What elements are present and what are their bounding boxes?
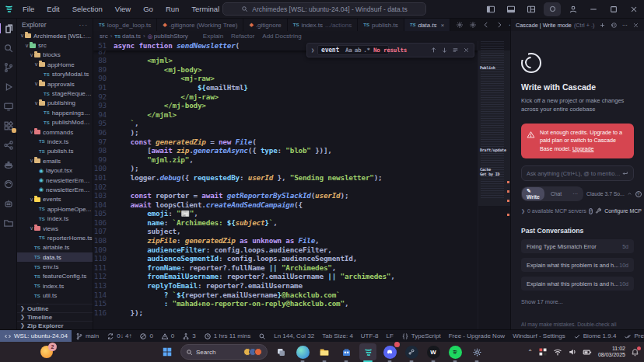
find-options[interactable]: Aaab.*: [345, 47, 370, 54]
tree-item-approvals[interactable]: ∨approvals: [17, 79, 93, 89]
find-expand-icon[interactable]: ❯: [311, 47, 314, 54]
status-windsurf-settings[interactable]: Windsurf - Settings: [509, 330, 569, 342]
menu-view[interactable]: View: [110, 3, 136, 15]
gear-icon[interactable]: [456, 21, 464, 29]
tree-item-layout-tsx[interactable]: ◉layout.tsx: [17, 165, 93, 175]
write-mode-button[interactable]: ✎ Write: [522, 187, 544, 200]
tree-item-archimedes-wsl-ubunt-[interactable]: ∨Archimedes [WSL: ubunt...: [17, 31, 93, 40]
codelens-refactor[interactable]: Refactor: [231, 33, 254, 40]
docker-icon[interactable]: [3, 159, 14, 170]
status-0-4-[interactable]: 0↓ 4↑: [103, 330, 135, 342]
chat-mode-button[interactable]: Chat: [546, 190, 566, 197]
split-editor-icon[interactable]: [469, 21, 477, 29]
volume-icon[interactable]: [568, 347, 577, 357]
status-typescript[interactable]: TypeScript: [397, 330, 445, 342]
conversation-item[interactable]: Fixing Type Mismatch Error5d: [521, 239, 634, 253]
find-option-Aa[interactable]: Aa: [345, 47, 352, 54]
taskbar-search[interactable]: Search: [180, 344, 268, 360]
cascade-prompt-input[interactable]: Ask anything (Ctrl+L), @ to mention co: [521, 165, 634, 181]
tree-item-views[interactable]: ∨views: [17, 224, 93, 233]
tab-index-ts[interactable]: TSindex.ts.../actions: [288, 19, 359, 31]
status-3[interactable]: 3: [178, 330, 199, 342]
tree-item-publish-ts[interactable]: TSpublish.ts: [17, 147, 93, 156]
chevron-right-icon[interactable]: ❯: [521, 208, 525, 214]
tree-item-src[interactable]: ∨src: [17, 40, 93, 50]
start-button[interactable]: [159, 343, 176, 360]
explorer-more-icon[interactable]: ···: [79, 21, 89, 29]
breadcrumb-item-src[interactable]: src: [100, 33, 108, 40]
menu-go[interactable]: Go: [138, 3, 159, 15]
cascade-icon[interactable]: [544, 2, 561, 16]
wifi-icon[interactable]: [553, 347, 562, 357]
conversation-item[interactable]: Explain what this problem is and h...10d: [521, 258, 634, 272]
tree-item-index-ts[interactable]: TSindex.ts: [17, 281, 93, 291]
tree-item-happeningsm-[interactable]: TShappeningsM...: [17, 108, 93, 117]
menu-file[interactable]: File: [17, 3, 40, 15]
notification-bell-icon[interactable]: [631, 348, 639, 357]
status-wsl-ubuntu-24-04[interactable]: WSL: ubuntu-24.04: [0, 330, 72, 342]
tree-item-apphome[interactable]: ∨appHome: [17, 60, 93, 69]
panel-bottom-icon[interactable]: [501, 0, 521, 18]
status-ln-144-col-32[interactable]: Ln 144, Col 32: [270, 330, 318, 342]
conversation-item[interactable]: Explain what this problem is and h...10d: [521, 277, 634, 291]
code-editor[interactable]: ❯ event Aaab.* No results 51async functi…: [93, 41, 510, 329]
extensions-icon[interactable]: [3, 120, 14, 131]
section-zip-explorer[interactable]: ❯Zip Explorer: [17, 321, 93, 329]
status-prettier[interactable]: Prettier: [620, 330, 644, 342]
taskbar-app-file-explorer[interactable]: [316, 343, 333, 360]
section-outline[interactable]: ❯Outline: [17, 304, 93, 312]
tab-close-icon[interactable]: ×: [440, 22, 444, 29]
plus-icon[interactable]: [599, 22, 606, 29]
tree-item-newsletteremai-[interactable]: ◉newsletterEmai...: [17, 176, 93, 185]
find-option-[interactable]: .*: [363, 47, 370, 54]
breadcrumb-item-data-ts[interactable]: TSdata.ts: [114, 33, 141, 40]
tree-item-publishmodal-[interactable]: TSpublishModal...: [17, 118, 93, 127]
status-biome-1-9-4[interactable]: Biome 1.9.4: [569, 330, 621, 342]
library-icon[interactable]: [3, 218, 14, 228]
tree-item-env-ts[interactable]: TSenv.ts: [17, 262, 93, 271]
status-0[interactable]: 0: [135, 330, 156, 342]
tree-item-publishing[interactable]: ∨publishing: [17, 99, 93, 108]
taskbar-app-microsoft-store[interactable]: [338, 343, 355, 360]
taskbar-app-discord[interactable]: [381, 343, 398, 360]
tab-publish-ts[interactable]: TSpublish.ts: [358, 19, 404, 31]
status-utf-8[interactable]: UTF-8: [357, 330, 383, 342]
tree-item-util-ts[interactable]: TSutil.ts: [17, 291, 93, 301]
status-0[interactable]: 0: [157, 330, 178, 342]
taskbar-app-edge[interactable]: [294, 343, 311, 360]
more-icon[interactable]: ⋯: [622, 22, 628, 29]
taskbar-app-steam[interactable]: [403, 343, 420, 360]
minimap[interactable]: PublishDraft/updateCacheGet by ID: [478, 41, 510, 329]
tree-item-index-ts[interactable]: TSindex.ts: [17, 137, 93, 146]
show-more-link[interactable]: Show 17 more...: [521, 298, 634, 305]
minimize-icon[interactable]: [583, 0, 604, 18]
tree-item-reporterhome-ts[interactable]: TSreporterHome.ts: [17, 233, 93, 242]
tree-item-events[interactable]: ∨events: [17, 195, 93, 204]
explorer-icon[interactable]: [3, 23, 14, 34]
tray-expand-icon[interactable]: ⌃: [527, 349, 533, 356]
tree-item-blocks[interactable]: ∨blocks: [17, 50, 93, 60]
menu-terminal[interactable]: Terminal: [186, 3, 225, 15]
codelens-explain[interactable]: Explain: [203, 33, 223, 40]
configure-mcp-button[interactable]: Configure MCP: [595, 207, 642, 214]
menu-edit[interactable]: Edit: [41, 3, 65, 15]
upgrade-link[interactable]: Upgrade: [572, 145, 594, 152]
panel-left-icon[interactable]: [481, 0, 501, 18]
codelens-add-docstring[interactable]: Add Docstring: [262, 33, 301, 40]
taskbar-app-spotify[interactable]: [446, 343, 464, 360]
live-share-icon[interactable]: [3, 140, 14, 151]
tree-item-storymodal-ts[interactable]: TSstoryModal.ts: [17, 70, 93, 79]
tree-item-data-ts[interactable]: TSdata.ts: [17, 252, 93, 262]
taskbar-app-settings[interactable]: [468, 343, 485, 360]
tree-item-apphomeope-[interactable]: TSappHomeOpe...: [17, 204, 93, 214]
tree-item-airtable-ts[interactable]: TSairtable.ts: [17, 243, 93, 252]
taskbar-app-task-view[interactable]: [272, 343, 289, 360]
source-control-icon[interactable]: [3, 62, 14, 73]
menu-selection[interactable]: Selection: [67, 3, 108, 15]
battery-icon[interactable]: [583, 347, 593, 357]
remote-explorer-icon[interactable]: [3, 101, 14, 112]
robot-icon[interactable]: [3, 198, 14, 209]
tab--gitignore[interactable]: ◆.gitignore: [243, 19, 287, 31]
close-icon[interactable]: [632, 22, 639, 29]
search-icon[interactable]: [3, 43, 14, 54]
